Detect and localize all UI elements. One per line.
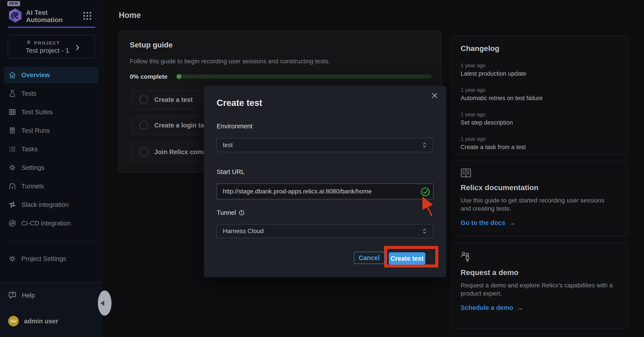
create-test-button[interactable]: Create test bbox=[389, 252, 425, 265]
cicd-icon bbox=[8, 219, 16, 227]
brand-divider bbox=[8, 27, 95, 28]
slack-icon bbox=[8, 200, 16, 209]
sidebar-item-test-runs[interactable]: Test Runs bbox=[4, 122, 98, 139]
go-to-docs-link[interactable]: Go to the docs bbox=[461, 219, 505, 226]
changelog-entry-title[interactable]: Latest production update bbox=[461, 70, 618, 77]
user-menu[interactable]: AU admin user bbox=[8, 316, 58, 326]
docs-title: Relicx documentation bbox=[461, 183, 618, 192]
project-selector[interactable]: PROJECT Test project - 1 bbox=[8, 35, 95, 58]
sidebar-item-label: Slack integration bbox=[22, 201, 68, 208]
apps-grid-icon[interactable] bbox=[83, 12, 92, 20]
dashed-circle-icon bbox=[139, 148, 148, 156]
checklist-label: Create a login task bbox=[154, 122, 211, 129]
tunnel-icon bbox=[8, 182, 16, 190]
progress-label: 0% complete bbox=[130, 73, 168, 80]
project-box-icon bbox=[26, 40, 32, 46]
sidebar-item-help[interactable]: ? Help bbox=[8, 291, 35, 300]
start-url-label: Start URL bbox=[217, 168, 245, 176]
changelog-time: 1 year ago bbox=[461, 87, 618, 93]
sidebar-item-settings[interactable]: Settings bbox=[4, 159, 98, 176]
sidebar-item-test-suites[interactable]: Test Suites bbox=[4, 104, 98, 120]
project-label: PROJECT bbox=[34, 40, 60, 46]
annotation-arrow bbox=[419, 196, 435, 218]
grid-icon bbox=[8, 108, 16, 116]
arrow-right-icon: → bbox=[508, 219, 516, 227]
close-icon[interactable] bbox=[431, 92, 438, 99]
setup-guide-description: Follow this guide to begin recording use… bbox=[130, 58, 330, 65]
flask-icon bbox=[8, 89, 16, 98]
changelog-entry: 1 year ago Latest production update bbox=[461, 62, 618, 77]
environment-value: test bbox=[223, 142, 422, 149]
sidebar-divider bbox=[8, 241, 95, 241]
docs-icon bbox=[461, 168, 618, 178]
changelog-time: 1 year ago bbox=[461, 111, 618, 118]
changelog-entry-title[interactable]: Create a task from a test bbox=[461, 144, 618, 151]
changelog-entry-title[interactable]: Automatic retries on test failure bbox=[461, 95, 618, 102]
sidebar-bottom-panel: ? Help AU admin user bbox=[0, 282, 102, 337]
environment-select[interactable]: test bbox=[217, 138, 433, 152]
modal-title: Create test bbox=[217, 98, 262, 108]
progress-bar bbox=[176, 75, 432, 79]
environment-label: Environment bbox=[217, 123, 252, 130]
help-icon: ? bbox=[8, 291, 17, 300]
sidebar-item-label: Tunnels bbox=[22, 183, 44, 190]
documentation-card: Relicx documentation Use this guide to g… bbox=[451, 160, 628, 237]
avatar: AU bbox=[8, 316, 19, 326]
columns-icon bbox=[8, 126, 16, 135]
start-url-input[interactable]: http://stage.dbank.prod-apps.relicx.ai:8… bbox=[217, 183, 434, 199]
check-circle-icon bbox=[420, 187, 430, 197]
request-demo-card: Request a demo Request a demo and explor… bbox=[451, 243, 628, 329]
sidebar-item-label: CI-CD integration bbox=[22, 220, 71, 227]
select-chevrons-icon bbox=[422, 228, 427, 234]
setup-guide-title: Setup guide bbox=[130, 41, 173, 49]
sidebar-collapse-handle[interactable] bbox=[98, 290, 112, 315]
progress-fill bbox=[176, 74, 182, 79]
changelog-entry-title[interactable]: Set step description bbox=[461, 119, 618, 126]
create-test-modal: Create test Environment test Start URL h… bbox=[204, 86, 446, 277]
tunnel-label: Tunnel bbox=[217, 209, 245, 216]
demo-title: Request a demo bbox=[461, 268, 618, 277]
collapse-left-icon bbox=[100, 301, 104, 306]
changelog-entry: 1 year ago Set step description bbox=[461, 111, 618, 126]
sidebar-item-project-settings[interactable]: Project Settings bbox=[4, 250, 98, 267]
dashed-circle-icon bbox=[139, 121, 148, 130]
page-title: Home bbox=[119, 11, 141, 20]
help-label: Help bbox=[22, 292, 35, 299]
demo-description: Request a demo and explore Relicx's capa… bbox=[461, 281, 615, 297]
tunnel-value: Harness Cloud bbox=[223, 228, 422, 235]
sidebar-item-label: Project Settings bbox=[22, 255, 66, 262]
app-logo-icon bbox=[8, 8, 22, 23]
arrow-right-icon: → bbox=[516, 304, 524, 312]
sidebar-item-tunnels[interactable]: Tunnels bbox=[4, 178, 98, 195]
sidebar-item-cicd-integration[interactable]: CI-CD integration bbox=[4, 215, 98, 232]
list-icon bbox=[8, 145, 16, 153]
svg-text:?: ? bbox=[12, 292, 14, 297]
sidebar-nav: Overview Tests Test Suites bbox=[4, 67, 98, 233]
app-title: AI Test Automation bbox=[26, 9, 77, 23]
schedule-demo-link[interactable]: Schedule a demo bbox=[461, 304, 513, 311]
new-badge: NEW bbox=[7, 1, 20, 6]
changelog-time: 1 year ago bbox=[461, 62, 618, 69]
tunnel-label-text: Tunnel bbox=[217, 209, 236, 216]
changelog-entry: 1 year ago Create a task from a test bbox=[461, 136, 618, 151]
sidebar-item-label: Tests bbox=[22, 90, 36, 97]
changelog-card: Changelog 1 year ago Latest production u… bbox=[451, 36, 628, 154]
home-icon bbox=[8, 71, 16, 79]
sidebar-item-slack-integration[interactable]: Slack integration bbox=[4, 196, 98, 213]
people-icon bbox=[461, 251, 618, 262]
info-icon[interactable] bbox=[239, 210, 245, 216]
checklist-label: Create a test bbox=[154, 96, 193, 103]
docs-description: Use this guide to get started recording … bbox=[461, 196, 615, 213]
sidebar-item-overview[interactable]: Overview bbox=[4, 67, 98, 83]
cancel-button[interactable]: Cancel bbox=[354, 252, 384, 264]
sidebar-item-tasks[interactable]: Tasks bbox=[4, 141, 98, 157]
gear-icon bbox=[8, 163, 16, 172]
app-logo-row: AI Test Automation bbox=[8, 8, 77, 23]
project-name: Test project - 1 bbox=[26, 47, 69, 54]
chevron-right-icon bbox=[76, 44, 80, 51]
sidebar-item-tests[interactable]: Tests bbox=[4, 85, 98, 102]
sidebar-item-label: Test Runs bbox=[22, 127, 50, 134]
tunnel-select[interactable]: Harness Cloud bbox=[217, 224, 433, 238]
sidebar-item-label: Tasks bbox=[22, 146, 38, 153]
sidebar-item-label: Overview bbox=[22, 72, 50, 79]
